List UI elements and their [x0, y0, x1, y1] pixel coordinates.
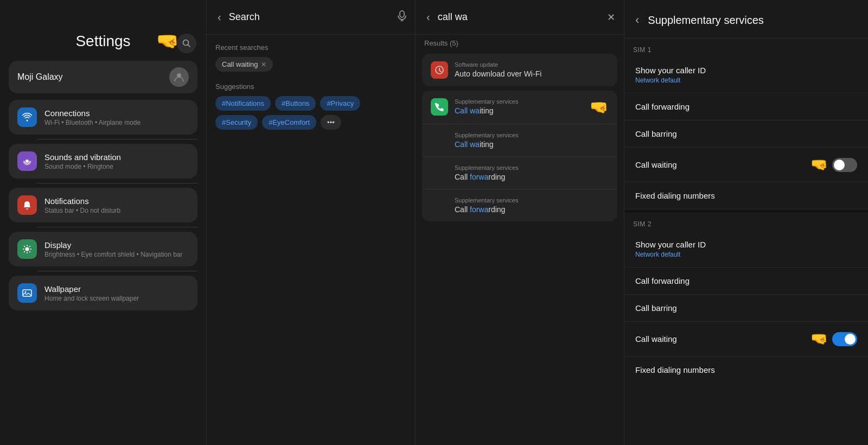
sugg-label: #Notifications	[222, 99, 264, 107]
sidebar-item-display[interactable]: Display Brightness • Eye comfort shield …	[9, 232, 197, 266]
results-input: call wa	[438, 11, 602, 23]
fixed-dial-2-title: Fixed dialing numbers	[635, 365, 857, 374]
caller-id-1-text: Show your caller ID Network default	[635, 66, 857, 84]
call-wait-1-toggle[interactable]	[832, 158, 857, 172]
supp-list: SIM 1 Show your caller ID Network defaul…	[624, 39, 868, 445]
sidebar-item-sounds[interactable]: Sounds and vibration Sound mode • Ringto…	[9, 144, 197, 179]
category-label3: Supplementary services	[455, 164, 609, 171]
highlight-forwa2: forwa	[470, 205, 488, 214]
back-button[interactable]: ‹	[215, 9, 224, 26]
svg-line-12	[24, 251, 25, 252]
image-icon	[22, 288, 32, 298]
wallpaper-icon	[17, 283, 37, 303]
search-icon	[182, 39, 191, 48]
result-item-software[interactable]: Software update Auto download over Wi-Fi	[422, 54, 617, 86]
sugg-notifications[interactable]: #Notifications	[215, 96, 271, 111]
callforward2-text: Supplementary services Call forwarding	[455, 197, 609, 214]
call-wait-2-title: Call waiting	[635, 334, 810, 344]
display-icon	[17, 239, 37, 259]
sugg-label: #Buttons	[282, 99, 309, 107]
callwaiting1-title: Call waiting	[455, 106, 581, 115]
pointing-hand-1: 🤜	[590, 98, 609, 116]
category-label4: Supplementary services	[455, 197, 609, 204]
result-item-callwaiting1[interactable]: Supplementary services Call waiting 🤜	[422, 91, 617, 124]
back-button[interactable]: ‹	[424, 9, 432, 26]
result-item-callforward1[interactable]: Supplementary services Call forwarding	[422, 156, 617, 189]
call-fwd-2-text: Call forwarding	[635, 276, 857, 285]
divider	[37, 227, 197, 227]
microphone-icon[interactable]	[398, 10, 406, 24]
caller-id-2-sub: Network default	[635, 251, 857, 258]
more-label: •••	[327, 118, 335, 126]
call-fwd-1-title: Call forwarding	[635, 102, 857, 111]
profile-avatar	[169, 67, 189, 87]
sidebar-item-connections[interactable]: Connections Wi-Fi • Bluetooth • Airplane…	[9, 100, 197, 135]
call-wait-2-toggle[interactable]	[832, 332, 857, 346]
call-bar-1-title: Call barring	[635, 129, 857, 138]
supp-item-fixed-dial-1[interactable]: Fixed dialing numbers	[624, 182, 868, 209]
callforward2-title: Call forwarding	[455, 205, 609, 214]
call-bar-2-text: Call barring	[635, 303, 857, 313]
result-card-call-settings: Supplementary services Call waiting 🤜 Su…	[422, 91, 617, 221]
settings-header: Settings 🤜	[0, 0, 206, 61]
title-rest2: iting	[480, 140, 494, 149]
supp-item-call-fwd-2[interactable]: Call forwarding	[624, 268, 868, 295]
sugg-label: #Security	[222, 118, 251, 126]
back-button[interactable]: ‹	[633, 11, 641, 29]
supp-item-call-bar-1[interactable]: Call barring	[624, 120, 868, 148]
results-panel: ‹ call wa ✕ Results (5) Software update …	[415, 0, 624, 445]
sugg-eyecomfort[interactable]: #EyeComfort	[262, 115, 316, 130]
software-update-icon	[431, 61, 448, 79]
call-settings-icon	[431, 98, 448, 116]
settings-list: Connections Wi-Fi • Bluetooth • Airplane…	[0, 100, 206, 310]
supp-item-caller-id-2[interactable]: Show your caller ID Network default	[624, 231, 868, 268]
supp-item-caller-id-1[interactable]: Show your caller ID Network default	[624, 57, 868, 93]
sugg-security[interactable]: #Security	[215, 115, 258, 130]
call-wait-1-title: Call waiting	[635, 160, 810, 169]
result-title: Auto download over Wi-Fi	[455, 69, 609, 78]
profile-row[interactable]: Moji Galaxy	[9, 61, 197, 93]
remove-tag-icon[interactable]: ✕	[261, 61, 266, 68]
suggestion-tags: #Notifications #Buttons #Privacy #Securi…	[215, 96, 406, 130]
svg-rect-13	[23, 290, 31, 296]
supp-item-call-wait-1[interactable]: Call waiting 🤜	[624, 148, 868, 182]
caller-id-1-sub: Network default	[635, 77, 857, 84]
sun-icon	[22, 244, 32, 254]
profile-name: Moji Galaxy	[17, 72, 63, 82]
sugg-privacy[interactable]: #Privacy	[320, 96, 360, 111]
notifications-title: Notifications	[44, 196, 189, 206]
update-icon-svg	[435, 66, 444, 74]
mic-svg	[398, 10, 406, 21]
clear-search-button[interactable]: ✕	[607, 11, 615, 23]
call-wait-2-text: Call waiting	[635, 334, 810, 344]
avatar-icon	[174, 72, 184, 82]
display-title: Display	[44, 240, 189, 250]
supp-item-fixed-dial-2[interactable]: Fixed dialing numbers	[624, 357, 868, 383]
more-suggestions-button[interactable]: •••	[321, 115, 341, 130]
callforward1-title: Call forwarding	[455, 173, 609, 181]
divider	[37, 139, 197, 139]
connections-icon	[17, 107, 37, 127]
wifi-icon	[22, 112, 32, 122]
sounds-text: Sounds and vibration Sound mode • Ringto…	[44, 152, 189, 170]
sound-wave-icon	[22, 156, 32, 166]
callwaiting2-title: Call waiting	[455, 140, 609, 149]
recent-tag-call-waiting[interactable]: Call waiting ✕	[215, 57, 273, 72]
search-button[interactable]	[177, 34, 196, 53]
sounds-icon	[17, 151, 37, 171]
result-item-callwaiting2[interactable]: Supplementary services Call waiting	[422, 124, 617, 156]
supp-item-call-fwd-1[interactable]: Call forwarding	[624, 93, 868, 120]
sidebar-item-notifications[interactable]: Notifications Status bar • Do not distur…	[9, 188, 197, 223]
svg-rect-15	[400, 11, 404, 17]
sidebar-item-wallpaper[interactable]: Wallpaper Home and lock screen wallpaper	[9, 276, 197, 310]
wallpaper-text: Wallpaper Home and lock screen wallpaper	[44, 284, 189, 302]
sim1-label: SIM 1	[624, 39, 868, 57]
sugg-buttons[interactable]: #Buttons	[275, 96, 316, 111]
search-input[interactable]	[229, 11, 392, 23]
highlight-callwa2: Call wa	[455, 140, 480, 149]
search-panel: ‹ Recent searches Call waiting ✕ Suggest…	[206, 0, 415, 445]
supp-item-call-wait-2[interactable]: Call waiting 🤜	[624, 322, 868, 357]
result-item-callforward2[interactable]: Supplementary services Call forwarding	[422, 189, 617, 221]
results-topbar: ‹ call wa ✕	[416, 0, 624, 35]
supp-item-call-bar-2[interactable]: Call barring	[624, 295, 868, 322]
